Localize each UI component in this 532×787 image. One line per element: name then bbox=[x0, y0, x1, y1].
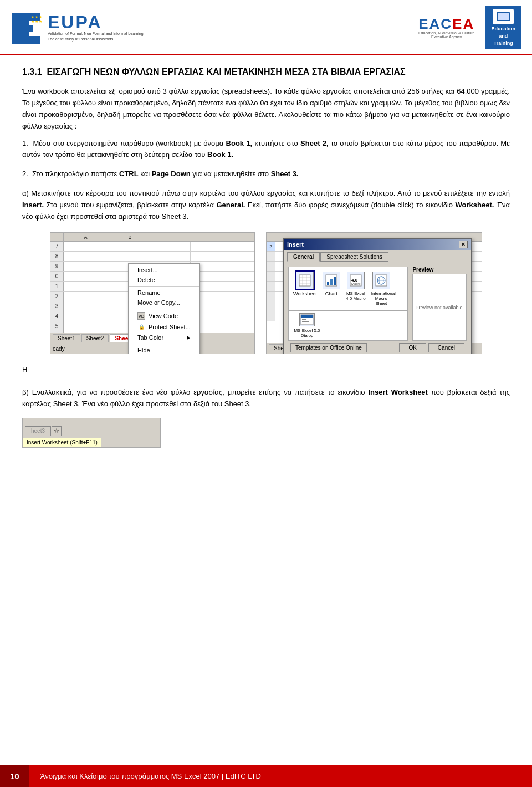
header-right-logos: EACEA Education, Audiovisual & Culture E… bbox=[418, 6, 521, 49]
excel-row-8: 8 bbox=[50, 252, 254, 262]
svg-rect-29 bbox=[302, 319, 306, 320]
svg-rect-28 bbox=[301, 315, 313, 318]
dialog-titlebar: Insert ✕ bbox=[284, 239, 471, 250]
laptop-icon bbox=[493, 9, 514, 24]
dialog-buttons-row: Templates on Office Online OK Cancel bbox=[288, 341, 467, 354]
svg-rect-19 bbox=[334, 277, 336, 285]
ctx-move-copy[interactable]: Move or Copy... bbox=[129, 298, 200, 308]
ctx-view-code[interactable]: VBView Code bbox=[129, 310, 200, 321]
section-title: 1.3.1 ΕΙΣΑΓΩΓΗ ΝΕΩΝ ΦΥΛΛΩΝ ΕΡΓΑΣΙΑΣ ΚΑΙ … bbox=[22, 66, 510, 78]
dialog-tabs: General Spreadsheet Solutions bbox=[284, 250, 471, 262]
alpha-paragraph: α) Μετακινήστε τον κέρσορα του ποντικιού… bbox=[22, 188, 510, 222]
ctx-tab-color[interactable]: Tab Color ▶ bbox=[129, 333, 200, 343]
numbered-item-2: 2. Στο πληκτρολόγιο πατήστε CTRL και Pag… bbox=[22, 168, 510, 180]
main-content: 1.3.1 ΕΙΣΑΓΩΓΗ ΝΕΩΝ ΦΥΛΛΩΝ ΕΡΓΑΣΙΑΣ ΚΑΙ … bbox=[0, 55, 532, 467]
insert-worksheet-icon-button[interactable]: ☆ bbox=[52, 426, 62, 436]
svg-text:★: ★ bbox=[35, 19, 38, 23]
eacea-title: EACEA bbox=[418, 17, 474, 31]
eupa-logo-svg: ★ ★ ★ ★ ★ ★ bbox=[11, 12, 43, 44]
page-footer: 10 Άνοιγμα και Κλείσιμο του προγράμματος… bbox=[0, 765, 532, 787]
svg-text:★: ★ bbox=[31, 19, 34, 23]
bottom-screenshot-area: heet3 ☆ Insert Worksheet (Shift+F11) bbox=[22, 418, 510, 448]
svg-text:★: ★ bbox=[35, 15, 38, 19]
n2-text: 2. Στο πληκτρολόγιο πατήστε CTRL και Pag… bbox=[22, 168, 510, 180]
ok-cancel-group: OK Cancel bbox=[399, 343, 464, 352]
dialog-content: Worksheet Chart bbox=[284, 262, 471, 354]
ctx-delete[interactable]: Delete bbox=[129, 275, 200, 285]
eupa-subtitle: Validation of Formal, Non-Formal and Inf… bbox=[48, 31, 145, 41]
bottom-tabs-row: heet3 ☆ bbox=[25, 426, 62, 436]
chevron-right-icon: ▶ bbox=[187, 335, 191, 340]
excel-row-7: 7 bbox=[50, 242, 254, 252]
dialog-icon-chart[interactable]: Chart bbox=[323, 272, 340, 306]
header-left-logos: ★ ★ ★ ★ ★ ★ EUPA Validation of Formal, N… bbox=[11, 12, 145, 44]
context-menu[interactable]: Insert... Delete Rename Move or Copy... … bbox=[128, 263, 200, 354]
page-header: ★ ★ ★ ★ ★ ★ EUPA Validation of Formal, N… bbox=[0, 0, 532, 55]
vb-icon: VB bbox=[137, 312, 145, 320]
dialog-tab-general[interactable]: General bbox=[287, 252, 320, 262]
excel-context-menu-screenshot: A B 7 8 9 0 1 2 3 4 5 6 7 bbox=[50, 232, 255, 354]
beta-paragraph: β) Εναλλακτικά, για να προσθέσετε ένα νέ… bbox=[22, 387, 510, 410]
excel-insert-dialog-screenshot: 2 Sheet1 Sheet2 Sheet3 Insert bbox=[266, 232, 482, 354]
eupa-text-block: EUPA Validation of Formal, Non-Formal an… bbox=[48, 13, 145, 41]
dialog-icon-macro[interactable]: 4.0Macro MS Excel 4.0 Macro bbox=[346, 272, 366, 306]
insert-worksheet-tooltip: Insert Worksheet (Shift+F11) bbox=[23, 438, 101, 447]
page-number: 10 bbox=[0, 765, 29, 787]
svg-rect-30 bbox=[302, 321, 309, 322]
paragraph-1: Ένα workbook αποτελείται εξ' ορισμού από… bbox=[22, 86, 510, 132]
footer-text: Άνοιγμα και Κλείσιμο του προγράμματος MS… bbox=[29, 772, 261, 780]
eupa-logo: ★ ★ ★ ★ ★ ★ EUPA Validation of Formal, N… bbox=[11, 12, 145, 44]
svg-rect-18 bbox=[330, 279, 332, 285]
ctx-rename[interactable]: Rename bbox=[129, 288, 200, 298]
eacea-logo: EACEA Education, Audiovisual & Culture E… bbox=[418, 17, 475, 39]
preview-label: Preview bbox=[412, 267, 467, 273]
dialog-icon-worksheet[interactable]: Worksheet bbox=[293, 272, 317, 306]
svg-text:★: ★ bbox=[39, 19, 42, 23]
spacer-h-text: Η bbox=[22, 364, 510, 376]
dialog-tab-spreadsheet[interactable]: Spreadsheet Solutions bbox=[320, 252, 388, 262]
dialog-icon-intl-macro[interactable]: International Macro Sheet bbox=[371, 272, 391, 306]
education-training-badge: Education and Training bbox=[485, 6, 521, 49]
lock-icon: 🔒 bbox=[137, 323, 145, 331]
svg-text:Macro: Macro bbox=[351, 282, 361, 285]
dialog-icon-dialog[interactable]: MS Excel 5.0 Dialog bbox=[293, 313, 321, 338]
cancel-button[interactable]: Cancel bbox=[428, 343, 464, 352]
numbered-item-1: 1. Μέσα στο ενεργοποιημένο παράθυρο (wor… bbox=[22, 138, 510, 161]
preview-area: Preview not available. bbox=[412, 274, 467, 341]
eupa-title: EUPA bbox=[48, 13, 145, 31]
btab-sheet3-partial[interactable]: heet3 bbox=[25, 426, 51, 436]
ctx-protect-sheet[interactable]: 🔒Protect Sheet... bbox=[129, 321, 200, 333]
ctx-insert[interactable]: Insert... bbox=[129, 265, 200, 275]
screenshots-row: A B 7 8 9 0 1 2 3 4 5 6 7 bbox=[22, 232, 510, 354]
templates-online-button[interactable]: Templates on Office Online bbox=[290, 343, 367, 352]
svg-rect-2 bbox=[12, 25, 33, 32]
insert-worksheet-screenshot: heet3 ☆ Insert Worksheet (Shift+F11) bbox=[22, 418, 161, 448]
svg-rect-3 bbox=[12, 36, 40, 44]
tab-sheet1-left[interactable]: Sheet1 bbox=[53, 334, 80, 342]
tab-sheet2-left[interactable]: Sheet2 bbox=[81, 334, 109, 342]
eacea-subtitle: Education, Audiovisual & Culture Executi… bbox=[418, 31, 475, 39]
svg-text:★: ★ bbox=[31, 15, 34, 19]
ctx-hide[interactable]: Hide bbox=[129, 345, 200, 354]
svg-rect-17 bbox=[327, 282, 329, 285]
n1-text: 1. Μέσα στο ενεργοποιημένο παράθυρο (wor… bbox=[22, 138, 510, 161]
dialog-close-button[interactable]: ✕ bbox=[459, 241, 468, 248]
svg-text:★: ★ bbox=[39, 15, 42, 19]
insert-dialog: Insert ✕ General Spreadsheet Solutions bbox=[283, 238, 472, 354]
ok-button[interactable]: OK bbox=[399, 343, 426, 352]
